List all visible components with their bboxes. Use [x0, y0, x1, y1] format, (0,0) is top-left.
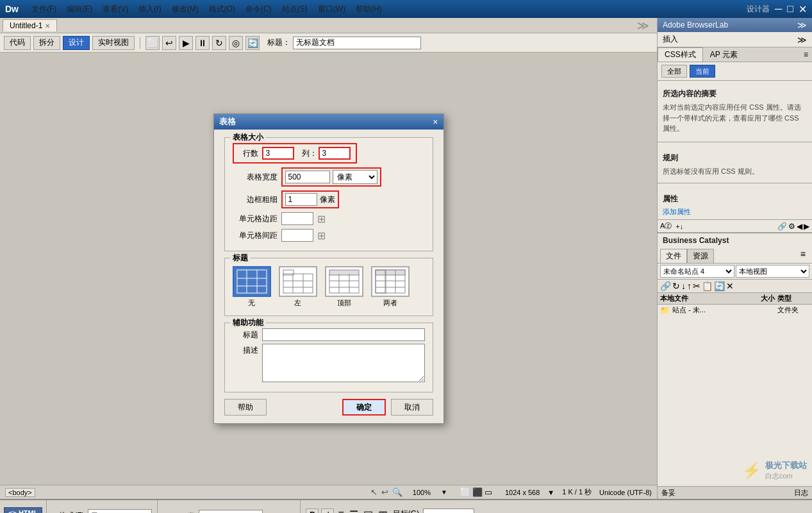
zoom-icon[interactable]: 🔍: [392, 487, 402, 497]
props-help-btn: ?: [795, 500, 812, 513]
class-row: 类 无: [163, 510, 295, 513]
italic-btn[interactable]: I: [321, 509, 334, 513]
menu-site[interactable]: 站点(S): [277, 3, 313, 16]
view-select[interactable]: 本地视图: [736, 265, 810, 278]
menu-modify[interactable]: 修改(M): [167, 3, 204, 16]
html-prop-btn[interactable]: <> HTML: [4, 507, 42, 513]
dialog-close-btn[interactable]: ×: [433, 117, 438, 127]
rows-input[interactable]: [262, 147, 294, 160]
toolbar-icon-4[interactable]: ⏸: [195, 36, 210, 50]
spacing-icon[interactable]: ⊞: [317, 230, 326, 242]
padding-icon[interactable]: ⊞: [317, 213, 326, 225]
ft-icon-7[interactable]: 🔄: [714, 281, 725, 291]
bc-menu-btn[interactable]: ≡: [797, 249, 809, 263]
design-btn[interactable]: 设计: [63, 36, 90, 50]
ft-icon-8[interactable]: ✕: [726, 281, 734, 291]
caption-both[interactable]: 两者: [371, 266, 410, 308]
ft-icon-1[interactable]: 🔗: [660, 281, 671, 291]
width-unit-select[interactable]: 像素 %: [333, 170, 377, 184]
page-title-input[interactable]: [293, 37, 421, 49]
file-row-1[interactable]: 📁 站点 - 未... 文件夹: [658, 305, 812, 315]
help-btn[interactable]: 帮助: [224, 399, 267, 416]
ap-tab[interactable]: AP 元素: [703, 47, 745, 62]
code-btn[interactable]: 代码: [4, 36, 31, 50]
view-btn-2[interactable]: ⬛: [472, 487, 483, 497]
format-select[interactable]: 无: [88, 509, 152, 513]
plus-icon[interactable]: +↓: [675, 223, 683, 230]
bold-btn[interactable]: B: [306, 509, 319, 513]
padding-input[interactable]: [281, 212, 313, 225]
align-right-icon[interactable]: ▤: [363, 509, 373, 513]
align-center-icon[interactable]: ☰: [349, 509, 358, 513]
width-row: 表格宽度 像素 %: [233, 167, 425, 187]
dialog-title-bar: 表格 ×: [214, 114, 443, 130]
close-btn[interactable]: ✕: [799, 3, 807, 15]
ft-icon-5[interactable]: ✂: [693, 281, 700, 291]
view-btn-3[interactable]: ▭: [485, 487, 492, 497]
minimize-btn[interactable]: ─: [775, 3, 782, 15]
toolbar-icon-3[interactable]: ▶: [179, 36, 193, 50]
caption-none-box: [233, 266, 271, 297]
menu-file[interactable]: 文件(F): [26, 3, 62, 16]
toolbar-icon-7[interactable]: 🔄: [245, 36, 260, 50]
aux-summary-input[interactable]: [262, 344, 425, 382]
caption-none[interactable]: 无: [233, 266, 271, 308]
realtime-btn[interactable]: 实时视图: [92, 36, 135, 50]
cancel-btn[interactable]: 取消: [391, 399, 433, 416]
class-select[interactable]: 无: [199, 510, 263, 513]
current-tab-btn[interactable]: 当前: [690, 65, 715, 78]
caption-top[interactable]: 顶部: [325, 266, 363, 308]
panel-header-btn[interactable]: ≫: [797, 20, 807, 30]
menu-edit[interactable]: 编辑(E): [62, 3, 97, 16]
add-prop-link[interactable]: 添加属性: [663, 207, 807, 217]
bc-label: Business Catalyst: [663, 236, 729, 245]
menu-format[interactable]: 格式(O): [204, 3, 240, 16]
border-input[interactable]: [285, 193, 317, 206]
menu-view[interactable]: 查看(V): [97, 3, 133, 16]
split-btn[interactable]: 拆分: [33, 36, 60, 50]
panel-collapse-btn[interactable]: ≫: [632, 19, 654, 33]
refresh-icon[interactable]: ↩: [381, 487, 388, 497]
rt-btn-3[interactable]: ◀: [797, 222, 802, 231]
site-select[interactable]: 未命名站点 4: [660, 265, 734, 278]
menu-help[interactable]: 帮助(H): [351, 3, 387, 16]
spacing-input[interactable]: [281, 229, 313, 242]
all-tab-btn[interactable]: 全部: [661, 65, 687, 78]
menu-window[interactable]: 窗口(W): [313, 3, 351, 16]
panel-log-btn[interactable]: 日志: [794, 488, 808, 498]
insert-collapse-btn[interactable]: ≫: [797, 35, 807, 45]
maximize-btn[interactable]: □: [787, 3, 793, 15]
view-btn-1[interactable]: ⬜: [460, 487, 470, 497]
width-input[interactable]: [285, 171, 330, 183]
ft-icon-4[interactable]: ↑: [687, 281, 692, 291]
pointer-icon[interactable]: ↖: [370, 487, 377, 497]
menu-command[interactable]: 命令(C): [240, 3, 277, 16]
title-prop-input[interactable]: [423, 509, 474, 513]
tab-untitled[interactable]: Untitled-1 ✕: [3, 19, 57, 31]
files-tab[interactable]: 文件: [660, 249, 687, 263]
rt-btn-1[interactable]: 🔗: [777, 222, 787, 231]
body-tag[interactable]: <body>: [5, 488, 35, 497]
ft-icon-2[interactable]: ↻: [672, 281, 680, 291]
css-panel-menu-btn[interactable]: ≡: [800, 50, 812, 59]
aux-title-input[interactable]: [262, 328, 425, 341]
ok-btn[interactable]: 确定: [342, 399, 386, 416]
align-justify-icon[interactable]: ▥: [378, 509, 388, 513]
zoom-dropdown-icon[interactable]: ▼: [441, 489, 447, 496]
rt-btn-2[interactable]: ⚙: [788, 222, 795, 231]
toolbar-icon-6[interactable]: ◎: [229, 36, 243, 50]
menu-insert[interactable]: 插入(I): [133, 3, 166, 16]
toolbar-icon-5[interactable]: ↻: [212, 36, 226, 50]
toolbar-icon-2[interactable]: ↩: [162, 36, 176, 50]
caption-left[interactable]: 左: [279, 266, 317, 308]
ft-icon-6[interactable]: 📋: [702, 281, 713, 291]
assets-tab[interactable]: 资源: [687, 249, 714, 263]
cols-input[interactable]: [319, 147, 351, 160]
css-tab[interactable]: CSS样式: [658, 47, 703, 62]
rt-btn-4[interactable]: ▶: [804, 222, 809, 231]
align-left-icon[interactable]: ≡: [338, 509, 344, 513]
ft-icon-3[interactable]: ↓: [681, 281, 686, 291]
svg-rect-0: [237, 270, 267, 293]
toolbar-icon-1[interactable]: ⬜: [145, 36, 160, 50]
tab-close-btn[interactable]: ✕: [45, 22, 50, 29]
